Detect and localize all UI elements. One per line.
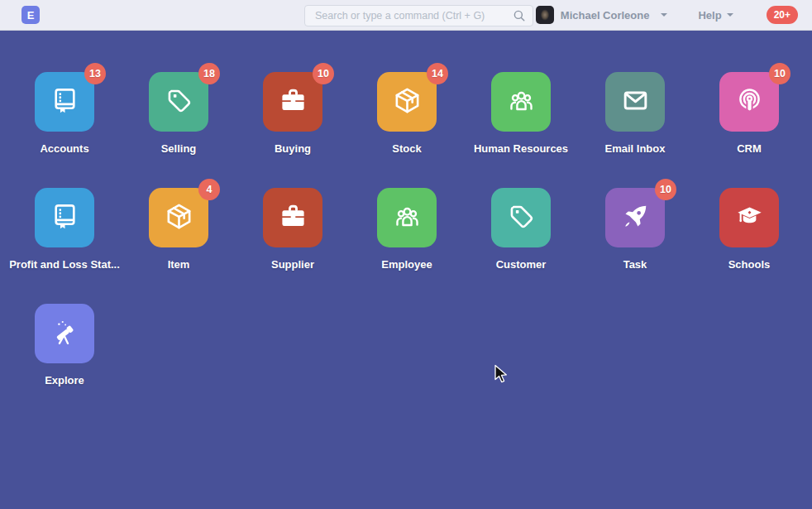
module-tile: 10 — [719, 72, 779, 132]
module-stock[interactable]: 14 Stock — [350, 72, 464, 188]
module-label: Selling — [161, 142, 197, 155]
module-tile: 13 — [35, 72, 94, 132]
module-count-badge: 4 — [198, 179, 220, 200]
module-label: Task — [623, 258, 647, 271]
navbar: E Michael Corleone Help 20+ — [0, 0, 812, 31]
module-count-badge: 18 — [198, 63, 220, 84]
box-icon — [164, 201, 194, 235]
notifications-badge[interactable]: 20+ — [767, 6, 798, 24]
module-profit-and-loss-stat[interactable]: Profit and Loss Stat... — [7, 188, 122, 304]
module-explore[interactable]: Explore — [7, 304, 122, 420]
briefcase-icon — [278, 85, 308, 119]
module-schools[interactable]: Schools — [692, 188, 806, 304]
global-search — [304, 5, 533, 26]
module-employee[interactable]: Employee — [350, 188, 464, 304]
module-grid: 13 Accounts 18 Selling 10 Buying 14 Stoc… — [7, 72, 806, 420]
chevron-down-icon — [661, 13, 667, 17]
people-icon — [392, 201, 423, 235]
module-label: Profit and Loss Stat... — [9, 258, 120, 271]
module-tile — [491, 72, 551, 132]
envelope-icon — [620, 85, 651, 119]
briefcase-icon — [278, 201, 308, 235]
graduation-cap-icon — [734, 201, 765, 235]
module-label: Explore — [45, 374, 84, 387]
module-count-badge: 10 — [313, 63, 334, 84]
app-logo[interactable]: E — [21, 6, 40, 24]
module-tile: 18 — [149, 72, 208, 132]
tag-icon — [506, 201, 537, 235]
module-tile: 4 — [149, 188, 208, 247]
module-label: Item — [168, 258, 190, 271]
module-tile: 10 — [605, 188, 665, 247]
module-tile: 10 — [263, 72, 322, 132]
module-label: Buying — [275, 142, 311, 155]
user-avatar — [536, 6, 554, 24]
module-tile — [491, 188, 551, 247]
module-tile — [35, 188, 94, 247]
telescope-icon — [50, 317, 80, 351]
book-icon — [50, 85, 80, 119]
app-logo-letter: E — [27, 9, 35, 22]
module-label: Stock — [392, 142, 421, 155]
module-label: Human Resources — [474, 142, 568, 155]
navbar-right: Michael Corleone Help 20+ — [536, 0, 798, 30]
module-supplier[interactable]: Supplier — [236, 188, 350, 304]
user-menu[interactable]: Michael Corleone — [536, 6, 668, 24]
module-tile — [263, 188, 322, 247]
module-tile — [605, 72, 665, 132]
module-count-badge: 14 — [427, 63, 448, 84]
module-count-badge: 10 — [655, 179, 676, 200]
people-icon — [506, 85, 537, 119]
module-label: Accounts — [40, 142, 88, 155]
module-label: Employee — [381, 258, 432, 271]
module-tile — [377, 188, 437, 247]
module-selling[interactable]: 18 Selling — [122, 72, 236, 188]
mouse-cursor — [494, 364, 509, 385]
help-label: Help — [698, 9, 721, 22]
module-label: CRM — [737, 142, 762, 155]
module-label: Schools — [728, 258, 771, 271]
module-count-badge: 10 — [769, 63, 791, 84]
module-customer[interactable]: Customer — [464, 188, 578, 304]
module-item[interactable]: 4 Item — [122, 188, 236, 304]
module-email-inbox[interactable]: Email Inbox — [578, 72, 692, 188]
user-name: Michael Corleone — [561, 9, 650, 22]
tag-icon — [164, 85, 194, 119]
module-crm[interactable]: 10 CRM — [692, 72, 806, 188]
module-label: Customer — [496, 258, 547, 271]
help-menu[interactable]: Help — [698, 9, 733, 22]
module-count-badge: 13 — [84, 63, 106, 84]
module-label: Supplier — [271, 258, 314, 271]
rocket-icon — [620, 201, 651, 235]
book-icon — [50, 201, 80, 235]
module-tile: 14 — [377, 72, 437, 132]
search-input[interactable] — [304, 5, 533, 26]
module-accounts[interactable]: 13 Accounts — [7, 72, 122, 188]
chevron-down-icon — [727, 13, 733, 17]
module-human-resources[interactable]: Human Resources — [464, 72, 578, 188]
module-tile — [35, 304, 94, 363]
module-label: Email Inbox — [605, 142, 666, 155]
module-buying[interactable]: 10 Buying — [236, 72, 350, 188]
module-task[interactable]: 10 Task — [578, 188, 692, 304]
box-icon — [392, 85, 423, 119]
module-tile — [719, 188, 779, 247]
crm-target-icon — [734, 85, 765, 119]
